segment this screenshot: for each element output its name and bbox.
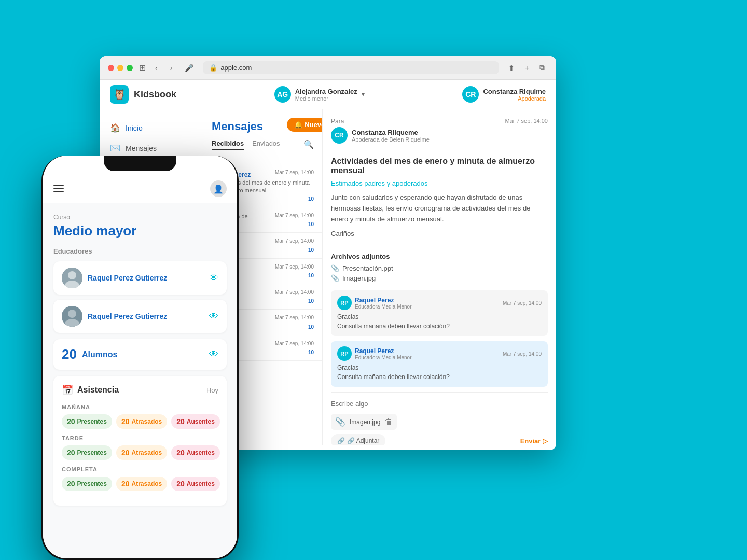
bell-icon: 🔔 [294,121,302,129]
absent-count: 20 [176,449,185,457]
center-user-info: Alejandra Gonzalez Medio menor [295,88,357,102]
minimize-traffic-light[interactable] [117,65,123,71]
view-students-button[interactable]: 👁 [209,349,218,360]
attachment-item[interactable]: 📎 Imagen.jpg [331,274,548,282]
tab-recibidos[interactable]: Recibidos [212,139,244,150]
browser-actions: ⬆ + ⧉ [505,62,548,73]
reply-avatar: RP [337,296,352,310]
absent-label: Ausentes [187,449,215,456]
period-label-manana: MAÑANA [62,404,218,410]
msg-detail-header: Para CR Constanza Rilqueme Apoderada de … [331,118,548,150]
absent-count: 20 [176,417,185,426]
msg-detail-recipient: CR Constanza Rilqueme Apoderada de Belen… [331,127,430,144]
attachment-item[interactable]: 📎 Presentación.ppt [331,264,548,272]
reply-greeting: Gracias [337,363,542,372]
sidebar-label-inicio: Inicio [126,124,143,132]
educator-left: Raquel Perez Gutierrez [62,268,167,288]
paperclip-icon: 📎 [331,264,339,272]
url-text: apple.com [220,64,252,72]
tab-enviados[interactable]: Enviados [252,139,280,150]
reply-sender-info: RP Raquel Perez Educadora Media Menor [337,346,412,361]
new-button-label: Nuevo [305,121,323,129]
sidebar-label-mensajes: Mensajes [126,144,157,152]
attendance-title-text: Asistencia [77,385,119,395]
phone-notch [104,156,176,171]
late-count: 20 [121,449,130,457]
attendance-today: Hoy [206,386,218,394]
recipient-role: Apoderada de Belen Riquelme [352,136,430,143]
late-label: Atrasados [132,418,162,425]
msg-detail-body: Junto con saludarlos y esperando que hay… [331,192,548,225]
tabs-button[interactable]: ⧉ [536,62,548,73]
msg-date: Mar 7 sep, 14:00 [275,264,314,270]
msg-date: Mar 7 sep, 14:00 [275,213,314,218]
period-label-completa: COMPLETA [62,466,218,472]
mic-button[interactable]: 🎤 [182,63,197,73]
msg-detail-subject: Actividades del mes de enero y minuta de… [331,157,548,175]
right-user-name: Constanza Riqulme [483,88,546,95]
students-label: Alumnos [82,350,117,359]
hamburger-menu-button[interactable] [53,185,64,192]
back-button[interactable]: ‹ [152,63,161,73]
stat-present-completa: 20 Presentes [62,477,112,491]
mail-icon: ✉️ [110,143,120,153]
msg-count: 10 [308,349,314,355]
educator-name: Raquel Perez Gutierrez [88,312,167,320]
attendance-period-tarde: TARDE 20 Presentes 20 Atrasados [62,435,218,460]
new-tab-button[interactable]: + [522,62,532,73]
sidebar-item-inicio[interactable]: 🏠 Inicio [100,118,203,138]
view-educator-button[interactable]: 👁 [209,311,218,322]
delete-attachment-button[interactable]: 🗑 [384,417,393,427]
stat-absent-completa: 20 Ausentes [171,477,220,491]
phone-user-icon[interactable]: 👤 [210,180,227,197]
send-button[interactable]: Enviar ▷ [520,437,548,445]
educator-left: Raquel Perez Gutierrez [62,306,167,327]
sidebar-toggle-button[interactable]: ⊞ [139,63,146,73]
share-button[interactable]: ⬆ [505,62,518,73]
header-user-center[interactable]: AG Alejandra Gonzalez Medio menor ▾ [274,86,365,103]
students-card: 20 Alumnos 👁 [53,339,227,370]
msg-detail-to: Para [331,118,430,125]
message-detail: Para CR Constanza Rilqueme Apoderada de … [323,109,556,445]
late-count: 20 [121,417,130,426]
mobile-phone: 👤 Curso Medio mayor Educadores [42,156,239,560]
reply-sender-role: Educadora Media Menor [355,355,412,360]
stat-late-tarde: 20 Atrasados [116,445,167,460]
view-educator-button[interactable]: 👁 [209,273,218,284]
right-user-role: Apoderada [483,95,546,102]
svg-point-4 [68,310,76,318]
phone-course-name: Medio mayor [53,223,227,239]
msg-detail-sign: Cariños [331,230,548,237]
students-count: 20 [62,346,77,362]
compose-attach-name: Imagen.jpg [350,418,380,426]
center-user-name: Alejandra Gonzalez [295,88,357,95]
attachment-name: Presentación.ppt [342,264,393,272]
search-button[interactable]: 🔍 [303,139,314,150]
compose-area: 📎 Imagen.jpg 🗑 🔗 🔗 Adjuntar Enviar ▷ [331,392,548,445]
present-label: Presentes [77,480,107,487]
compose-attachments: 📎 Imagen.jpg 🗑 [331,414,397,430]
late-label: Atrasados [132,480,162,487]
reply-bubble: RP Raquel Perez Educadora Media Menor Ma… [331,290,548,336]
fullscreen-traffic-light[interactable] [127,65,133,71]
attach-button[interactable]: 🔗 🔗 Adjuntar [331,434,385,445]
app-name: Kidsbook [134,89,176,100]
forward-button[interactable]: › [167,63,176,73]
calendar-icon: 📅 [62,384,73,396]
paperclip-small-icon: 📎 [335,417,345,427]
msg-count: 10 [308,298,314,304]
attendance-header: 📅 Asistencia Hoy [62,384,218,396]
stat-late-manana: 20 Atrasados [116,414,167,429]
attendance-stats-manana: 20 Presentes 20 Atrasados 20 Ausentes [62,414,218,429]
compose-input[interactable] [331,398,548,410]
reply-avatar: RP [337,346,352,361]
reply-text: Consulta mañana deben llevar colación? [337,321,542,331]
close-traffic-light[interactable] [108,65,114,71]
educator-avatar [62,268,82,288]
attachments-title: Archivos adjuntos [331,253,548,260]
attendance-card: 📅 Asistencia Hoy MAÑANA 20 Presentes [53,376,227,506]
msg-count: 10 [308,247,314,253]
new-message-button[interactable]: 🔔 Nuevo [287,118,323,132]
present-label: Presentes [77,449,107,456]
url-bar[interactable]: 🔒 apple.com [203,61,499,74]
